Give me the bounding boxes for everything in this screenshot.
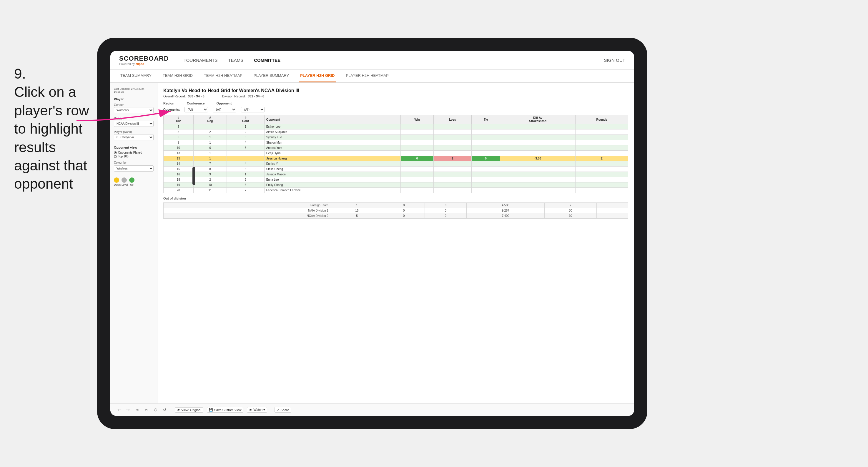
- sign-out-link[interactable]: Sign out: [604, 57, 625, 64]
- forward-button[interactable]: ⤼: [134, 407, 140, 412]
- col-opponent: Opponent: [264, 115, 401, 124]
- cut-button[interactable]: ✂: [144, 407, 149, 412]
- nav-items: TOURNAMENTS TEAMS COMMITTEE: [184, 57, 280, 64]
- panel-title: Katelyn Vo Head-to-Head Grid for Women's…: [163, 88, 628, 93]
- share-button[interactable]: ↗ Share: [275, 407, 291, 412]
- table-row[interactable]: 18 2 2 Euna Lee: [164, 177, 628, 182]
- circle-labels: Down Level Up: [114, 183, 154, 186]
- sidebar-player-title: Player: [114, 97, 154, 101]
- col-reg: #Reg: [193, 115, 227, 124]
- gender-select[interactable]: Women's: [114, 107, 154, 113]
- table-row[interactable]: 16 9 1 Jessica Mason: [164, 172, 628, 177]
- table-row[interactable]: 5 2 2 Alexis Sudjianto: [164, 129, 628, 135]
- col-tie: Tie: [472, 115, 500, 124]
- table-row[interactable]: 13 1 Heeji Hyun: [164, 151, 628, 156]
- sub-nav-team-summary[interactable]: TEAM SUMMARY: [119, 69, 153, 83]
- table-row[interactable]: 6 1 3 Sydney Kuo: [164, 135, 628, 140]
- legend-circles: [114, 178, 154, 183]
- toolbar-separator: [171, 407, 171, 413]
- sub-nav: TEAM SUMMARY TEAM H2H GRID TEAM H2H HEAT…: [110, 70, 634, 83]
- col-rounds: Rounds: [576, 115, 628, 124]
- save-custom-view-button[interactable]: 💾 Save Custom View: [207, 407, 244, 412]
- conference-filter[interactable]: (All): [213, 107, 236, 113]
- opponents-filter-label: Opponents:: [163, 108, 180, 111]
- table-row[interactable]: 10 6 3 Andrea York: [164, 145, 628, 151]
- col-loss: Loss: [433, 115, 471, 124]
- sub-nav-player-h2h-heatmap[interactable]: PLAYER H2H HEATMAP: [345, 69, 390, 83]
- refresh-button[interactable]: ↺: [162, 407, 167, 412]
- circle-level: [122, 178, 127, 183]
- panel-records: Overall Record: 353 - 34 - 6 Division Re…: [163, 94, 628, 98]
- radio-dot-top100: [114, 155, 117, 158]
- col-div: #Div: [164, 115, 194, 124]
- filters-section: Region Conference Opponent Opponents: (A…: [163, 101, 628, 113]
- filters-line: Opponents: (All) (All) (All): [163, 107, 628, 113]
- share-icon: ↗: [277, 408, 279, 412]
- top-nav: SCOREBOARD Powered by clippd TOURNAMENTS…: [110, 51, 634, 70]
- table-row[interactable]: 3 1 Esther Lee: [164, 124, 628, 129]
- sub-nav-player-summary[interactable]: PLAYER SUMMARY: [252, 69, 290, 83]
- logo-text: SCOREBOARD: [119, 55, 169, 62]
- tablet-frame: SCOREBOARD Powered by clippd TOURNAMENTS…: [97, 38, 647, 429]
- division-select[interactable]: NCAA Division III: [114, 121, 154, 127]
- region-filter[interactable]: (All): [185, 107, 208, 113]
- overall-record: Overall Record: 353 - 34 - 6: [163, 94, 205, 98]
- table-row[interactable]: 20 11 7 Federica Domecq Lacroze: [164, 188, 628, 193]
- out-of-division-header: Out of division: [163, 195, 628, 201]
- nav-tournaments[interactable]: TOURNAMENTS: [184, 57, 218, 64]
- table-row[interactable]: 9 1 4 Sharon Mun: [164, 140, 628, 145]
- instruction-text: 9. Click on a player's row to highlight …: [14, 65, 96, 193]
- logo: SCOREBOARD Powered by clippd: [119, 55, 169, 66]
- radio-dot-opponents: [114, 151, 117, 154]
- col-win: Win: [401, 115, 433, 124]
- tablet-side-button: [192, 167, 195, 185]
- h2h-grid-table: #Div #Reg #Conf Opponent Win Loss Tie Di…: [163, 115, 628, 193]
- sub-nav-team-h2h-heatmap[interactable]: TEAM H2H HEATMAP: [203, 69, 244, 83]
- bottom-toolbar: ↩ ↪ ⤼ ✂ ⬡ ↺ 👁 View: Original 💾 Save Cust…: [110, 403, 634, 416]
- tool-button[interactable]: ⬡: [153, 407, 158, 412]
- opponents-played-radio[interactable]: Opponents Played: [114, 151, 154, 154]
- opponent-header: Opponent: [217, 101, 232, 105]
- content-panel: Katelyn Vo Head-to-Head Grid for Women's…: [157, 83, 634, 403]
- table-header-row: #Div #Reg #Conf Opponent Win Loss Tie Di…: [164, 115, 628, 124]
- out-of-division-table: Foreign Team 1 0 0 4.500 2 NAIA Division…: [163, 203, 628, 219]
- view-original-button[interactable]: 👁 View: Original: [175, 407, 203, 412]
- sub-nav-team-h2h-grid[interactable]: TEAM H2H GRID: [161, 69, 194, 83]
- nav-committee[interactable]: COMMITTEE: [254, 57, 280, 64]
- redo-button[interactable]: ↪: [125, 407, 131, 412]
- toolbar-separator-2: [271, 407, 271, 413]
- out-of-division-row[interactable]: NAIA Division 1 15 0 0 9.267 30: [164, 208, 628, 213]
- circle-down: [114, 178, 119, 183]
- division-record: Division Record: 331 - 34 - 6: [222, 94, 264, 98]
- table-row[interactable]: 14 7 4 Eunice Yi: [164, 161, 628, 166]
- eye-icon: 👁: [177, 408, 180, 412]
- region-header: Region: [163, 101, 175, 105]
- logo-sub: Powered by clippd: [119, 62, 169, 66]
- table-row[interactable]: 15 8 5 Stella Cheng: [164, 166, 628, 172]
- tablet-screen: SCOREBOARD Powered by clippd TOURNAMENTS…: [110, 51, 634, 416]
- table-row[interactable]: 19 10 6 Emily Chang: [164, 182, 628, 188]
- table-row-highlighted[interactable]: 13 1 Jessica Huang 0 1 0 -3.00 2: [164, 156, 628, 161]
- opponent-filter[interactable]: (All): [241, 107, 265, 113]
- gender-label: Gender: [114, 103, 154, 106]
- player-rank-label: Player (Rank): [114, 130, 154, 133]
- watch-icon: 👁: [249, 408, 252, 412]
- watch-button[interactable]: 👁 Watch ▾: [247, 407, 267, 412]
- conference-header: Conference: [187, 101, 205, 105]
- main-content: Last Updated: 27/03/2024 16:55:28 Player…: [110, 83, 634, 403]
- colour-by-select[interactable]: Win/loss: [114, 165, 154, 172]
- division-label: Division: [114, 117, 154, 120]
- out-of-division-row[interactable]: NCAA Division 2 5 0 0 7.400 10: [164, 213, 628, 219]
- circle-up: [129, 178, 134, 183]
- top-100-radio[interactable]: Top 100: [114, 155, 154, 158]
- out-of-division-row[interactable]: Foreign Team 1 0 0 4.500 2: [164, 203, 628, 208]
- player-rank-select[interactable]: 8. Katelyn Vo: [114, 134, 154, 141]
- sidebar: Last Updated: 27/03/2024 16:55:28 Player…: [110, 83, 157, 403]
- nav-teams[interactable]: TEAMS: [228, 57, 243, 64]
- col-diff: Diff AvStrokes/Rnd: [500, 115, 576, 124]
- sidebar-timestamp: Last Updated: 27/03/2024 16:55:28: [114, 87, 154, 93]
- colour-by-label: Colour by: [114, 161, 154, 164]
- sub-nav-player-h2h-grid[interactable]: PLAYER H2H GRID: [299, 69, 336, 83]
- undo-button[interactable]: ↩: [116, 407, 122, 412]
- save-icon: 💾: [209, 408, 213, 412]
